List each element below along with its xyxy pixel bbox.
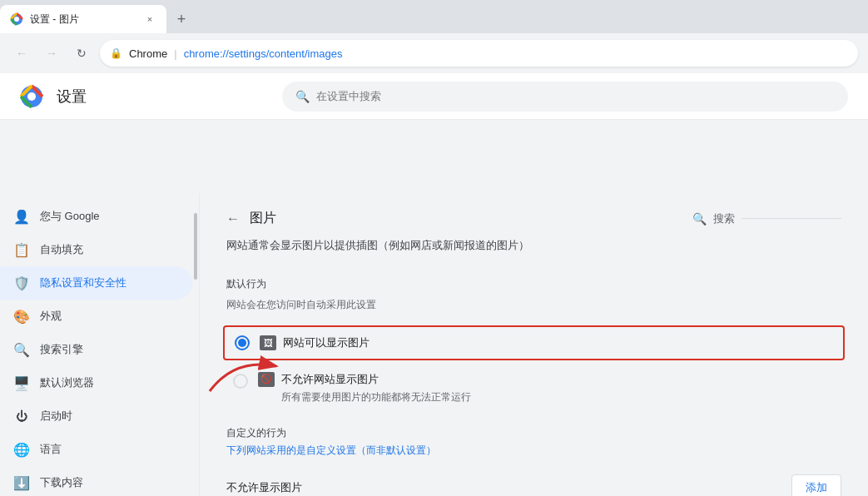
page-header: ← 图片 🔍 搜索 <box>200 193 868 234</box>
settings-search-input[interactable] <box>316 90 835 102</box>
sidebar-scrollbar <box>194 213 197 280</box>
tab-close-btn[interactable]: × <box>143 12 156 26</box>
settings-header: 设置 🔍 <box>0 73 868 120</box>
active-tab[interactable]: 设置 - 图片 × <box>0 5 166 33</box>
default-behavior-title: 默认行为 <box>200 267 868 295</box>
custom-title: 自定义的行为 <box>226 426 841 440</box>
refresh-button[interactable]: ↻ <box>70 42 93 65</box>
custom-behavior-section: 自定义的行为 下列网站采用的是自定义设置（而非默认设置） <box>200 413 868 468</box>
address-site: Chrome <box>129 47 167 60</box>
custom-desc: 下列网站采用的是自定义设置（而非默认设置） <box>226 444 841 458</box>
sidebar-item-downloads-label: 下载内容 <box>40 475 83 490</box>
settings-search-icon: 🔍 <box>295 90 310 103</box>
search-icon: 🔍 <box>13 341 30 358</box>
page-search-label: 搜索 <box>713 211 735 226</box>
page-search-icon: 🔍 <box>692 212 707 226</box>
sidebar-item-search[interactable]: 🔍 搜索引擎 <box>0 333 192 366</box>
block-option-content: 🚫 不允许网站显示图片 所有需要使用图片的功能都将无法正常运行 <box>258 372 471 404</box>
user-icon: 👤 <box>13 208 30 225</box>
radio-circle-block[interactable] <box>233 374 248 389</box>
browser-frame: 设置 - 图片 × + ← → ↻ 🔒 Chrome | chrome://se… <box>0 0 868 496</box>
settings-body: 设置 🔍 👤 您与 Google 📋 自动填充 🛡️ 隐私设置和安全性 <box>0 73 868 496</box>
new-tab-button[interactable]: + <box>170 7 193 31</box>
settings-title: 设置 <box>57 87 87 107</box>
block-sub-text: 所有需要使用图片的功能都将无法正常运行 <box>281 390 471 404</box>
sidebar-item-you-google[interactable]: 👤 您与 Google <box>0 200 192 233</box>
chrome-logo <box>20 85 43 108</box>
add-button[interactable]: 添加 <box>791 474 841 497</box>
svg-point-1 <box>14 17 19 22</box>
sidebar-item-default-browser-label: 默认浏览器 <box>40 375 94 390</box>
address-url: chrome://settings/content/images <box>184 47 343 60</box>
sidebar-item-you-google-label: 您与 Google <box>40 209 100 224</box>
sidebar-item-downloads[interactable]: ⬇️ 下载内容 <box>0 466 192 496</box>
page-description: 网站通常会显示图片以提供插图（例如网店或新闻报道的图片） <box>200 234 868 267</box>
download-icon: ⬇️ <box>13 474 30 491</box>
sidebar-item-startup-label: 启动时 <box>40 409 72 424</box>
forward-button[interactable]: → <box>40 42 63 65</box>
nav-bar: ← → ↻ 🔒 Chrome | chrome://settings/conte… <box>0 33 868 73</box>
sidebar-item-privacy-label: 隐私设置和安全性 <box>40 275 126 290</box>
settings-search-box[interactable]: 🔍 <box>282 82 848 112</box>
radio-option-block[interactable]: 🚫 不允许网站显示图片 所有需要使用图片的功能都将无法正常运行 <box>200 364 868 413</box>
shield-icon: 🛡️ <box>13 275 30 291</box>
autofill-icon: 📋 <box>13 241 30 258</box>
block-section-label: 不允许显示图片 <box>226 480 302 495</box>
block-label-row: 🚫 不允许网站显示图片 <box>258 372 471 387</box>
sidebar-item-default-browser[interactable]: 🖥️ 默认浏览器 <box>0 366 192 399</box>
sidebar: 👤 您与 Google 📋 自动填充 🛡️ 隐私设置和安全性 🎨 外观 🔍 搜索… <box>0 193 200 496</box>
browser-icon: 🖥️ <box>13 374 30 391</box>
tab-title: 设置 - 图片 <box>30 12 136 27</box>
radio-label-allow: 🖼 网站可以显示图片 <box>260 335 370 350</box>
address-bar[interactable]: 🔒 Chrome | chrome://settings/content/ima… <box>100 40 858 67</box>
language-icon: 🌐 <box>13 441 30 458</box>
svg-point-3 <box>27 92 36 101</box>
page-search-underline <box>742 218 841 219</box>
radio-option-allow[interactable]: 🖼 网站可以显示图片 <box>223 325 845 360</box>
lock-icon: 🔒 <box>110 47 122 59</box>
content-area: ← 图片 🔍 搜索 网站通常会显示图片以提供插图（例如网店或新闻报道的图片） 默… <box>200 193 868 496</box>
sidebar-item-privacy[interactable]: 🛡️ 隐私设置和安全性 <box>0 266 192 300</box>
appearance-icon: 🎨 <box>13 308 30 325</box>
address-separator: | <box>174 47 176 60</box>
power-icon: ⏻ <box>13 408 30 424</box>
sidebar-item-autofill-label: 自动填充 <box>40 242 83 257</box>
sidebar-item-appearance-label: 外观 <box>40 309 62 324</box>
tab-bar: 设置 - 图片 × + <box>0 0 868 33</box>
page-header-left: ← 图片 <box>226 210 276 227</box>
block-image-icon: 🚫 <box>258 372 275 387</box>
sidebar-item-startup[interactable]: ⏻ 启动时 <box>0 399 192 433</box>
sidebar-item-search-label: 搜索引擎 <box>40 342 83 357</box>
radio-circle-allow[interactable] <box>235 335 250 350</box>
tab-favicon <box>10 12 23 26</box>
block-label-text: 不允许网站显示图片 <box>281 372 379 387</box>
block-section-row: 不允许显示图片 添加 <box>200 468 868 497</box>
default-behavior-desc: 网站会在您访问时自动采用此设置 <box>200 295 868 322</box>
page-title: 图片 <box>250 210 276 227</box>
sidebar-item-language-label: 语言 <box>40 442 62 457</box>
sidebar-item-language[interactable]: 🌐 语言 <box>0 433 192 466</box>
allow-image-icon: 🖼 <box>260 335 276 350</box>
page-search-area[interactable]: 🔍 搜索 <box>692 211 841 226</box>
radio-dot-allow <box>238 339 246 347</box>
back-button[interactable]: ← <box>226 211 240 226</box>
sidebar-item-appearance[interactable]: 🎨 外观 <box>0 300 192 333</box>
allow-label-text: 网站可以显示图片 <box>283 335 370 350</box>
sidebar-item-autofill[interactable]: 📋 自动填充 <box>0 233 192 266</box>
back-button[interactable]: ← <box>10 42 33 65</box>
